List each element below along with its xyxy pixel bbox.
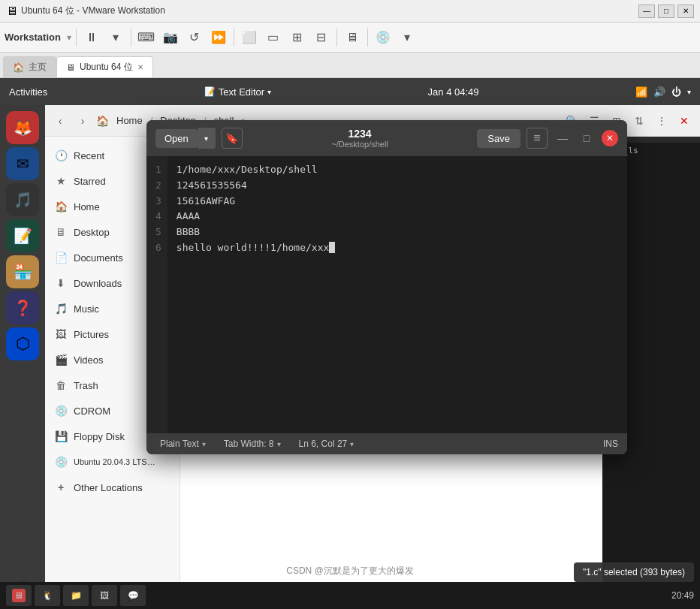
te-maximize-button[interactable]: □: [578, 129, 596, 147]
te-line-numbers: 1 2 3 4 5 6: [146, 156, 167, 433]
dock-firefox[interactable]: 🦊: [6, 111, 39, 144]
guest-iso[interactable]: 💿: [373, 27, 394, 48]
notification-popup: "1.c" selected (393 bytes): [574, 562, 694, 582]
sidebar-item-downloads-label: Downloads: [74, 278, 122, 289]
sidebar-item-starred-label: Starred: [74, 176, 106, 187]
autofit[interactable]: ⊟: [311, 27, 332, 48]
power-icon: ⏻: [671, 86, 681, 98]
maximize-button[interactable]: □: [658, 5, 674, 18]
te-cursor-position[interactable]: Ln 6, Col 27 ▾: [294, 437, 359, 451]
sidebar-item-music-label: Music: [74, 303, 99, 315]
te-open-button[interactable]: Open: [155, 129, 198, 148]
plain-text-dropdown-icon: ▾: [202, 440, 206, 448]
trash-icon: 🗑: [54, 379, 68, 391]
dock-appstore[interactable]: 🏪: [6, 255, 39, 288]
te-save-button[interactable]: Save: [477, 129, 520, 148]
videos-icon: 🎬: [54, 354, 68, 366]
line-num-4: 4: [155, 209, 161, 225]
taskbar-app-3[interactable]: 📁: [63, 585, 89, 606]
sidebar-item-other[interactable]: + Other Locations: [45, 475, 180, 500]
other-icon: +: [54, 481, 68, 493]
unity-mode[interactable]: ▭: [263, 27, 284, 48]
tab-bar: 🏠 主页 🖥 Ubuntu 64 位 ✕: [0, 53, 700, 78]
sidebar-item-other-label: Other Locations: [74, 482, 143, 493]
take-snapshot[interactable]: 📷: [160, 27, 181, 48]
fm-close-button[interactable]: ✕: [674, 111, 694, 131]
te-menu-button[interactable]: ≡: [527, 128, 548, 149]
taskbar-app-5[interactable]: 💬: [120, 585, 146, 606]
te-filepath: ~/Desktop/shell: [249, 140, 472, 149]
te-tab-width[interactable]: Tab Width: 8 ▾: [219, 437, 285, 451]
te-statusbar: Plain Text ▾ Tab Width: 8 ▾ Ln 6, Col 27…: [146, 433, 627, 454]
scale-mode[interactable]: ⊞: [287, 27, 308, 48]
notification-text: "1.c" selected (393 bytes): [583, 567, 685, 577]
toolbar-separator-3: [234, 29, 234, 47]
pictures-icon: 🖼: [54, 328, 68, 340]
taskbar: 🖥 🐧 📁 🖼 💬 20:49: [0, 582, 700, 609]
revert-snapshot[interactable]: ↺: [184, 27, 205, 48]
te-minimize-button[interactable]: —: [554, 129, 572, 147]
taskbar-icon-2: 🐧: [41, 589, 54, 602]
taskbar-app-1[interactable]: 🖥: [6, 585, 32, 606]
taskbar-app-4[interactable]: 🖼: [92, 585, 117, 606]
fm-path-home[interactable]: Home: [112, 113, 147, 128]
downloads-icon: ⬇: [54, 277, 68, 289]
fm-home-icon[interactable]: 🏠: [96, 115, 109, 127]
ubuntu-app-name[interactable]: 📝 Text Editor ▾: [204, 86, 271, 98]
pause-dropdown[interactable]: ▾: [105, 27, 126, 48]
title-bar-controls: — □ ✕: [638, 5, 694, 18]
te-open-dropdown-button[interactable]: ▾: [198, 128, 216, 149]
full-screen[interactable]: ⬜: [239, 27, 260, 48]
te-open-group: Open ▾: [155, 128, 216, 149]
taskbar-icon-5: 💬: [126, 589, 140, 602]
close-button[interactable]: ✕: [677, 5, 694, 18]
ubuntu-activities[interactable]: Activities: [9, 86, 47, 98]
fm-forward-button[interactable]: ›: [74, 112, 92, 130]
tab-ubuntu[interactable]: 🖥 Ubuntu 64 位 ✕: [56, 56, 153, 77]
tab-home[interactable]: 🏠 主页: [3, 56, 56, 77]
sidebar-item-trash-label: Trash: [74, 380, 98, 391]
tab-ubuntu-close[interactable]: ✕: [137, 63, 143, 71]
title-bar-text: Ubuntu 64 位 - VMware Workstation: [21, 5, 638, 17]
system-menu-icon[interactable]: ▾: [687, 88, 691, 96]
power-on[interactable]: ⏩: [208, 27, 229, 48]
dock-vscode[interactable]: ⬡: [6, 327, 39, 360]
dock-help[interactable]: ❓: [6, 291, 39, 324]
text-editor-window: Open ▾ 🔖 1234 ~/Desktop/shell Save ≡ — □…: [146, 120, 627, 454]
te-plain-text[interactable]: Plain Text ▾: [155, 437, 210, 451]
dock-writer[interactable]: 📝: [6, 219, 39, 252]
volume-icon: 🔊: [653, 86, 665, 98]
home-icon: 🏠: [54, 200, 68, 213]
music-icon: 🎵: [54, 303, 68, 315]
ubuntu-topbar: Activities 📝 Text Editor ▾ Jan 4 04:49 📶…: [0, 78, 700, 105]
fm-sort-button[interactable]: ⇅: [629, 111, 649, 131]
toolbar-dropdown[interactable]: ▾: [67, 32, 71, 43]
tab-ubuntu-icon: 🖥: [66, 62, 75, 73]
sidebar-item-floppy-label: Floppy Disk: [74, 431, 125, 442]
ubuntu2004-icon: 💿: [54, 456, 68, 468]
workstation-label: Workstation: [5, 32, 61, 43]
ubuntu-clock: Jan 4 04:49: [428, 86, 479, 98]
te-text-content[interactable]: 1/home/xxx/Desktop/shell 124561535564 15…: [167, 156, 627, 433]
tab-home-label: 主页: [29, 61, 47, 74]
send-ctrl-alt-del[interactable]: ⌨: [136, 27, 157, 48]
minimize-button[interactable]: —: [638, 5, 655, 18]
te-bookmark-button[interactable]: 🔖: [222, 128, 243, 149]
dock-mail[interactable]: ✉: [6, 147, 39, 180]
fm-menu-button[interactable]: ⋮: [652, 111, 671, 131]
te-title-area: 1234 ~/Desktop/shell: [249, 128, 472, 149]
taskbar-time: 20:49: [671, 590, 694, 601]
dock: 🦊 ✉ 🎵 📝 🏪 ❓ ⬡ ⠿: [0, 105, 45, 609]
pause-button[interactable]: ⏸: [81, 27, 102, 48]
guest-iso-dropdown[interactable]: ▾: [397, 27, 418, 48]
dock-rhythmbox[interactable]: 🎵: [6, 183, 39, 216]
cdrom-icon: 💿: [54, 405, 68, 417]
sidebar-item-documents-label: Documents: [74, 252, 123, 264]
fm-back-button[interactable]: ‹: [51, 112, 69, 130]
te-open-label: Open: [164, 133, 189, 144]
console-view[interactable]: 🖥: [342, 27, 363, 48]
taskbar-icon-1: 🖥: [12, 589, 26, 602]
taskbar-app-2[interactable]: 🐧: [35, 585, 60, 606]
te-close-button[interactable]: ✕: [602, 130, 618, 146]
sidebar-item-desktop-label: Desktop: [74, 227, 110, 238]
